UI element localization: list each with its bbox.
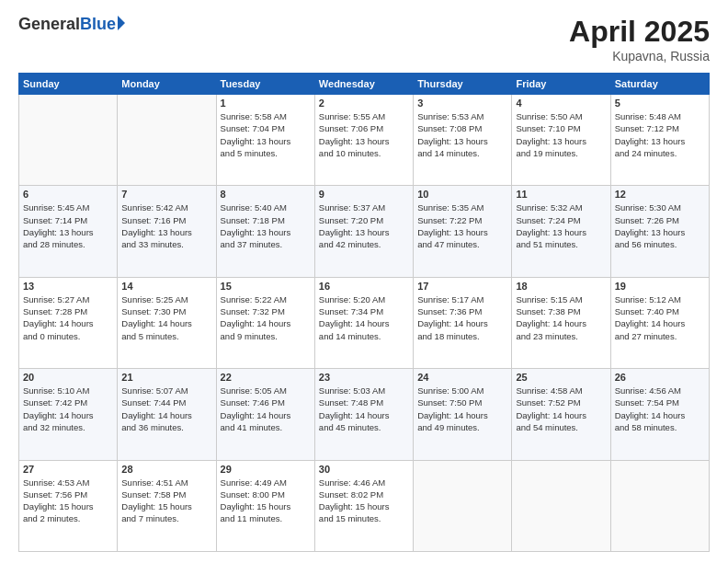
calendar-cell: 8Sunrise: 5:40 AMSunset: 7:18 PMDaylight…: [216, 186, 314, 277]
calendar-cell: 28Sunrise: 4:51 AMSunset: 7:58 PMDayligh…: [118, 460, 216, 551]
calendar-cell: 27Sunrise: 4:53 AMSunset: 7:56 PMDayligh…: [19, 460, 118, 551]
day-info-line: Sunrise: 4:56 AM: [615, 385, 705, 396]
day-info-line: Sunrise: 5:07 AM: [121, 385, 211, 396]
weekday-header-tuesday: Tuesday: [216, 74, 314, 95]
day-info-line: Daylight: 13 hours: [615, 135, 705, 147]
calendar-cell: 15Sunrise: 5:22 AMSunset: 7:32 PMDayligh…: [216, 277, 314, 368]
day-info-line: Sunset: 7:18 PM: [221, 214, 311, 226]
calendar-cell: 2Sunrise: 5:55 AMSunset: 7:06 PMDaylight…: [314, 95, 413, 186]
day-number: 25: [516, 372, 606, 383]
day-info-line: Daylight: 14 hours: [417, 317, 507, 329]
day-number: 17: [417, 281, 507, 292]
calendar-week-row: 20Sunrise: 5:10 AMSunset: 7:42 PMDayligh…: [19, 369, 710, 460]
day-info-line: and 45 minutes.: [319, 421, 409, 433]
day-info-line: Sunrise: 5:30 AM: [615, 201, 705, 213]
day-info-line: Daylight: 15 hours: [319, 500, 409, 512]
day-info-line: and 42 minutes.: [319, 238, 409, 250]
calendar-cell: 18Sunrise: 5:15 AMSunset: 7:38 PMDayligh…: [512, 277, 610, 368]
day-number: 6: [23, 189, 113, 200]
weekday-header-row: SundayMondayTuesdayWednesdayThursdayFrid…: [19, 74, 710, 95]
day-info-line: Sunrise: 5:58 AM: [221, 110, 311, 122]
day-info-line: and 56 minutes.: [615, 238, 705, 250]
day-info-line: Sunset: 7:40 PM: [615, 305, 705, 317]
calendar-cell: [610, 460, 709, 551]
weekday-header-saturday: Saturday: [610, 74, 709, 95]
calendar-cell: 1Sunrise: 5:58 AMSunset: 7:04 PMDaylight…: [216, 95, 314, 186]
logo-blue-text: Blue: [80, 15, 116, 34]
calendar-cell: 21Sunrise: 5:07 AMSunset: 7:44 PMDayligh…: [118, 369, 216, 460]
day-number: 7: [121, 189, 211, 200]
day-number: 10: [417, 189, 507, 200]
day-number: 30: [319, 464, 409, 475]
day-number: 24: [417, 372, 507, 383]
day-number: 4: [516, 98, 606, 109]
day-info-line: Sunset: 7:04 PM: [221, 122, 311, 134]
day-info-line: Sunrise: 5:40 AM: [221, 201, 311, 213]
day-number: 21: [121, 372, 211, 383]
day-info-line: Sunset: 7:20 PM: [319, 214, 409, 226]
day-info-line: and 37 minutes.: [221, 238, 311, 250]
day-info-line: Sunrise: 5:05 AM: [221, 385, 311, 396]
day-info-line: Daylight: 14 hours: [319, 317, 409, 329]
calendar-cell: 16Sunrise: 5:20 AMSunset: 7:34 PMDayligh…: [314, 277, 413, 368]
day-info-line: Daylight: 15 hours: [121, 500, 211, 512]
day-info-line: and 11 minutes.: [221, 512, 311, 524]
day-info-line: Sunrise: 4:51 AM: [121, 477, 211, 488]
day-info-line: Daylight: 13 hours: [23, 226, 113, 238]
weekday-header-wednesday: Wednesday: [314, 74, 413, 95]
day-info-line: Daylight: 14 hours: [121, 409, 211, 421]
day-number: 27: [23, 464, 113, 475]
day-info-line: Sunset: 7:52 PM: [516, 396, 606, 408]
day-number: 1: [221, 98, 311, 109]
calendar-cell: 11Sunrise: 5:32 AMSunset: 7:24 PMDayligh…: [512, 186, 610, 277]
day-info-line: and 36 minutes.: [121, 421, 211, 433]
day-info-line: Daylight: 14 hours: [221, 317, 311, 329]
day-info-line: Daylight: 14 hours: [516, 317, 606, 329]
calendar-week-row: 27Sunrise: 4:53 AMSunset: 7:56 PMDayligh…: [19, 460, 710, 551]
weekday-header-monday: Monday: [118, 74, 216, 95]
day-info-line: Daylight: 14 hours: [121, 317, 211, 329]
day-number: 19: [615, 281, 705, 292]
day-info-line: Sunset: 7:08 PM: [417, 122, 507, 134]
day-info-line: Sunrise: 4:58 AM: [516, 385, 606, 396]
day-number: 2: [319, 98, 409, 109]
calendar-cell: 4Sunrise: 5:50 AMSunset: 7:10 PMDaylight…: [512, 95, 610, 186]
day-number: 12: [615, 189, 705, 200]
calendar-cell: 24Sunrise: 5:00 AMSunset: 7:50 PMDayligh…: [414, 369, 512, 460]
day-info-line: Sunrise: 5:17 AM: [417, 293, 507, 305]
calendar-cell: 9Sunrise: 5:37 AMSunset: 7:20 PMDaylight…: [314, 186, 413, 277]
day-info-line: Daylight: 13 hours: [221, 226, 311, 238]
month-title: April 2025: [569, 15, 710, 49]
calendar-cell: 30Sunrise: 4:46 AMSunset: 8:02 PMDayligh…: [314, 460, 413, 551]
day-info-line: and 5 minutes.: [221, 147, 311, 159]
day-number: 20: [23, 372, 113, 383]
day-number: 26: [615, 372, 705, 383]
calendar-cell: 3Sunrise: 5:53 AMSunset: 7:08 PMDaylight…: [414, 95, 512, 186]
day-info-line: Daylight: 13 hours: [319, 226, 409, 238]
day-info-line: and 2 minutes.: [23, 512, 113, 524]
day-number: 9: [319, 189, 409, 200]
day-info-line: Sunset: 7:50 PM: [417, 396, 507, 408]
calendar-cell: 13Sunrise: 5:27 AMSunset: 7:28 PMDayligh…: [19, 277, 118, 368]
day-info-line: Sunrise: 5:50 AM: [516, 110, 606, 122]
day-info-line: Daylight: 14 hours: [23, 317, 113, 329]
day-number: 29: [221, 464, 311, 475]
day-info-line: Sunset: 8:02 PM: [319, 488, 409, 500]
day-info-line: and 47 minutes.: [417, 238, 507, 250]
day-info-line: Sunrise: 5:27 AM: [23, 293, 113, 305]
calendar-cell: 25Sunrise: 4:58 AMSunset: 7:52 PMDayligh…: [512, 369, 610, 460]
calendar-cell: 7Sunrise: 5:42 AMSunset: 7:16 PMDaylight…: [118, 186, 216, 277]
page: General Blue April 2025 Kupavna, Russia …: [0, 0, 728, 563]
day-info-line: and 41 minutes.: [221, 421, 311, 433]
logo-triangle-icon: [118, 16, 125, 30]
day-info-line: Sunset: 7:10 PM: [516, 122, 606, 134]
day-info-line: and 33 minutes.: [121, 238, 211, 250]
calendar-cell: [512, 460, 610, 551]
calendar-cell: [19, 95, 118, 186]
day-info-line: Daylight: 13 hours: [319, 135, 409, 147]
day-info-line: Daylight: 14 hours: [615, 409, 705, 421]
day-info-line: and 7 minutes.: [121, 512, 211, 524]
calendar-cell: 23Sunrise: 5:03 AMSunset: 7:48 PMDayligh…: [314, 369, 413, 460]
day-info-line: Sunset: 7:14 PM: [23, 214, 113, 226]
day-info-line: Daylight: 13 hours: [615, 226, 705, 238]
